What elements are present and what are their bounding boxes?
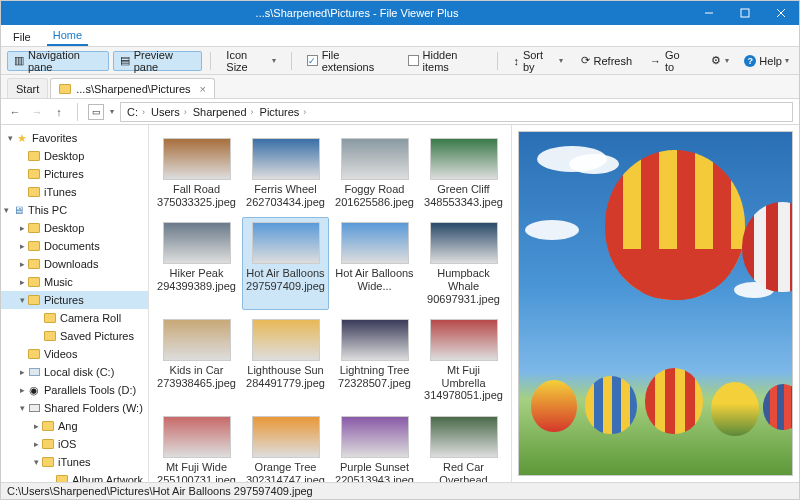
breadcrumb[interactable]: C:› Users› Sharpened› Pictures›	[120, 102, 793, 122]
folder-icon	[27, 259, 41, 269]
tree-itunes[interactable]: ▾iTunes	[1, 453, 148, 471]
file-thumbnail[interactable]: Foggy Road201625586.jpeg	[331, 133, 418, 213]
hidden-items-checkbox[interactable]: Hidden items	[401, 51, 489, 71]
file-extensions-checkbox[interactable]: ✓File extensions	[300, 51, 397, 71]
file-thumbnail[interactable]: Orange Tree302314747.jpeg	[242, 411, 329, 482]
file-name: Lightning Tree72328507.jpeg	[338, 364, 411, 389]
refresh-icon: ⟳	[581, 54, 590, 67]
file-thumbnail[interactable]: Mt Fuji Wide255100731.jpeg	[153, 411, 240, 482]
chevron-down-icon: ▾	[785, 56, 789, 65]
tab-pictures[interactable]: ...s\Sharpened\Pictures ×	[50, 78, 215, 98]
file-thumbnail[interactable]: Hot Air BalloonsWide...	[331, 217, 418, 310]
file-name: Ferris Wheel262703434.jpeg	[246, 183, 325, 208]
settings-button[interactable]: ⚙▾	[704, 51, 736, 71]
thumbnail-image	[430, 138, 498, 180]
tree-item[interactable]: Album Artwork	[1, 471, 148, 482]
svg-rect-1	[741, 9, 749, 17]
tree-parallels[interactable]: ▸◉Parallels Tools (D:)	[1, 381, 148, 399]
chevron-down-icon: ▾	[272, 56, 276, 65]
tree-favorites[interactable]: ▾★Favorites	[1, 129, 148, 147]
thumbnail-image	[252, 416, 320, 458]
checkbox-unchecked-icon	[408, 55, 418, 66]
breadcrumb-pictures[interactable]: Pictures›	[258, 106, 309, 118]
chevron-right-icon: ›	[142, 107, 145, 117]
tree-item[interactable]: Camera Roll	[1, 309, 148, 327]
separator	[77, 103, 78, 121]
file-thumbnail[interactable]: Kids in Car273938465.jpeg	[153, 314, 240, 407]
tree-item[interactable]: ▸Music	[1, 273, 148, 291]
preview-pane-toggle[interactable]: ▤Preview pane	[113, 51, 203, 71]
disc-icon: ◉	[27, 384, 41, 397]
folder-icon	[43, 331, 57, 341]
tree-item[interactable]: Desktop	[1, 147, 148, 165]
file-name: Kids in Car273938465.jpeg	[157, 364, 236, 389]
file-thumbnail[interactable]: Mt Fuji Umbrella314978051.jpeg	[420, 314, 507, 407]
folder-icon	[43, 313, 57, 323]
preview-pane-icon: ▤	[120, 54, 130, 67]
file-thumbnail[interactable]: Hiker Peak294399389.jpeg	[153, 217, 240, 310]
breadcrumb-users[interactable]: Users›	[149, 106, 189, 118]
chevron-down-icon: ▾	[725, 56, 729, 65]
file-thumbnail[interactable]: Hot Air Balloons297597409.jpeg	[242, 217, 329, 310]
thumbnail-image	[341, 222, 409, 264]
breadcrumb-sharpened[interactable]: Sharpened›	[191, 106, 256, 118]
chevron-down-icon[interactable]: ▾	[110, 107, 114, 116]
tree-item[interactable]: Pictures	[1, 165, 148, 183]
tree-item[interactable]: ▸Ang	[1, 417, 148, 435]
up-button[interactable]: ↑	[51, 104, 67, 120]
breadcrumb-c[interactable]: C:›	[125, 106, 147, 118]
chevron-right-icon: ›	[303, 107, 306, 117]
thumbnail-image	[163, 138, 231, 180]
refresh-button[interactable]: ⟳Refresh	[574, 51, 640, 71]
tree-this-pc[interactable]: ▾🖥This PC	[1, 201, 148, 219]
tree-pictures[interactable]: ▾Pictures	[1, 291, 148, 309]
tree-item[interactable]: iTunes	[1, 183, 148, 201]
file-thumbnail[interactable]: Lighthouse Sun284491779.jpeg	[242, 314, 329, 407]
file-name: Red Car Overhead320762182.jpeg	[424, 461, 504, 482]
tree-local-disk[interactable]: ▸Local disk (C:)	[1, 363, 148, 381]
file-thumbnail[interactable]: Humpback Whale90697931.jpeg	[420, 217, 507, 310]
ribbon: ▥Navigation pane ▤Preview pane Icon Size…	[1, 47, 799, 75]
file-thumbnail[interactable]: Green Cliff348553343.jpeg	[420, 133, 507, 213]
file-thumbnail[interactable]: Fall Road375033325.jpeg	[153, 133, 240, 213]
folder-icon	[55, 475, 69, 482]
thumbnail-image	[430, 416, 498, 458]
menu-file[interactable]: File	[7, 28, 37, 46]
navigation-tree[interactable]: ▾★Favorites DesktopPicturesiTunes ▾🖥This…	[1, 125, 149, 482]
icon-size-dropdown[interactable]: Icon Size ▾	[219, 51, 283, 71]
menu-bar: File Home	[1, 25, 799, 47]
go-to-button[interactable]: →Go to	[643, 51, 696, 71]
tree-shared-w[interactable]: ▾Shared Folders (W:)	[1, 399, 148, 417]
chevron-down-icon: ▾	[559, 56, 563, 65]
file-thumbnail[interactable]: Ferris Wheel262703434.jpeg	[242, 133, 329, 213]
tree-item[interactable]: ▸Downloads	[1, 255, 148, 273]
tree-item[interactable]: ▸Desktop	[1, 219, 148, 237]
navigation-pane-toggle[interactable]: ▥Navigation pane	[7, 51, 109, 71]
tab-close-icon[interactable]: ×	[196, 83, 206, 95]
sort-by-dropdown[interactable]: ↕Sort by ▾	[506, 51, 569, 71]
view-mode-button[interactable]: ▭	[88, 104, 104, 120]
minimize-button[interactable]	[691, 1, 727, 25]
menu-home[interactable]: Home	[47, 26, 88, 46]
file-thumbnail[interactable]: Red Car Overhead320762182.jpeg	[420, 411, 507, 482]
file-name: Hiker Peak294399389.jpeg	[157, 267, 236, 292]
maximize-button[interactable]	[727, 1, 763, 25]
back-button[interactable]: ←	[7, 104, 23, 120]
tree-videos[interactable]: Videos	[1, 345, 148, 363]
arrow-right-icon: →	[650, 55, 661, 67]
folder-icon	[27, 295, 41, 305]
help-button[interactable]: ?Help▾	[740, 55, 793, 67]
file-grid[interactable]: Fall Road375033325.jpeg Ferris Wheel2627…	[149, 125, 511, 482]
tab-start[interactable]: Start	[7, 78, 48, 98]
file-name: Green Cliff348553343.jpeg	[424, 183, 503, 208]
file-thumbnail[interactable]: Lightning Tree72328507.jpeg	[331, 314, 418, 407]
window-title: ...s\Sharpened\Pictures - File Viewer Pl…	[23, 7, 691, 19]
file-name: Lighthouse Sun284491779.jpeg	[246, 364, 325, 389]
close-button[interactable]	[763, 1, 799, 25]
forward-button[interactable]: →	[29, 104, 45, 120]
tree-item[interactable]: ▸iOS	[1, 435, 148, 453]
tree-item[interactable]: Saved Pictures	[1, 327, 148, 345]
folder-icon	[27, 151, 41, 161]
tree-item[interactable]: ▸Documents	[1, 237, 148, 255]
file-thumbnail[interactable]: Purple Sunset220513943.jpeg	[331, 411, 418, 482]
